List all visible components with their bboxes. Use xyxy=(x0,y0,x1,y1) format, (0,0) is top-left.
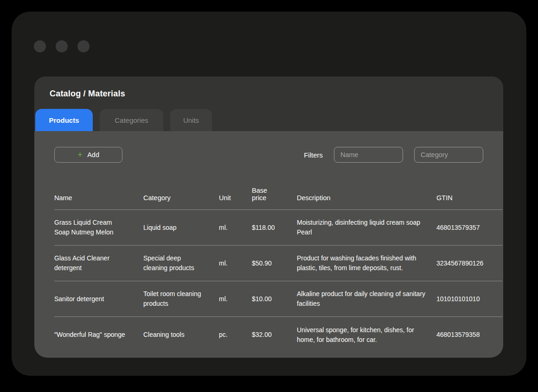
window-control-dot-2[interactable] xyxy=(56,40,68,52)
column-header-gtin: GTIN xyxy=(436,194,502,202)
tab-products[interactable]: Products xyxy=(35,109,93,131)
catalog-panel: Catalog / Materials Products Categories … xyxy=(34,76,503,358)
filter-category-input[interactable] xyxy=(414,147,483,163)
cell-base_price: $32.00 xyxy=(252,324,297,345)
column-header-category: Category xyxy=(143,194,219,202)
column-header-name: Name xyxy=(54,194,143,202)
cell-gtin: 101010101010 xyxy=(436,289,502,310)
add-button-label: Add xyxy=(87,151,99,158)
column-header-base-price: Base price xyxy=(252,187,297,202)
tab-categories[interactable]: Categories xyxy=(100,109,163,131)
window-control-dot-3[interactable] xyxy=(77,40,90,52)
table-header-row: Name Category Unit Base price Descriptio… xyxy=(54,163,502,210)
table-row[interactable]: "Wonderful Rag" spongeCleaning toolspc.$… xyxy=(54,317,502,353)
cell-unit: pc. xyxy=(219,324,252,345)
plus-icon: + xyxy=(77,150,83,159)
tab-units[interactable]: Units xyxy=(170,109,212,131)
app-window: Catalog / Materials Products Categories … xyxy=(12,12,526,376)
window-control-dot-1[interactable] xyxy=(34,40,46,52)
cell-unit: ml. xyxy=(219,217,252,238)
panel-header: Catalog / Materials Products Categories … xyxy=(34,76,503,131)
add-button[interactable]: + Add xyxy=(54,147,122,163)
cell-gtin: 468013579358 xyxy=(436,324,502,345)
filters-group: Filters xyxy=(304,147,483,163)
cell-gtin: 3234567890126 xyxy=(436,253,502,274)
column-header-unit: Unit xyxy=(219,194,252,202)
cell-base_price: $50.90 xyxy=(252,253,297,274)
cell-gtin: 468013579357 xyxy=(436,217,502,238)
cell-name: Grass Liquid Cream Soap Nutmeg Melon xyxy=(54,212,143,243)
filter-name-input[interactable] xyxy=(334,147,403,163)
cell-category: Cleaning tools xyxy=(143,324,219,345)
cell-description: Product for washing facades finished wit… xyxy=(297,248,436,278)
cell-description: Universal sponge, for kitchen, dishes, f… xyxy=(297,320,436,350)
table-row[interactable]: Glass Acid Cleaner detergentSpecial deep… xyxy=(54,246,502,281)
cell-name: "Wonderful Rag" sponge xyxy=(54,324,143,345)
column-header-description: Description xyxy=(297,194,436,202)
cell-description: Moisturizing, disinfecting liquid cream … xyxy=(297,212,436,243)
page-title: Catalog / Materials xyxy=(50,89,125,99)
cell-name: Sanitor detergent xyxy=(54,289,143,310)
tab-bar: Products Categories Units xyxy=(35,109,212,131)
table-body: Grass Liquid Cream Soap Nutmeg MelonLiqu… xyxy=(54,210,502,353)
products-table: Name Category Unit Base price Descriptio… xyxy=(54,163,502,353)
cell-base_price: $118.00 xyxy=(252,217,297,238)
table-row[interactable]: Sanitor detergentToilet room cleaning pr… xyxy=(54,281,502,317)
cell-category: Toilet room cleaning products xyxy=(143,284,219,314)
cell-base_price: $10.00 xyxy=(252,289,297,310)
cell-name: Glass Acid Cleaner detergent xyxy=(54,248,143,278)
toolbar: + Add Filters xyxy=(54,147,483,163)
cell-category: Liquid soap xyxy=(143,217,219,238)
table-row[interactable]: Grass Liquid Cream Soap Nutmeg MelonLiqu… xyxy=(54,210,502,246)
filters-label: Filters xyxy=(304,151,323,159)
window-controls xyxy=(34,40,90,52)
cell-category: Special deep cleaning products xyxy=(143,248,219,278)
cell-unit: ml. xyxy=(219,289,252,310)
panel-body: + Add Filters Name Category Unit Base pr… xyxy=(34,131,503,358)
cell-description: Alkaline product for daily cleaning of s… xyxy=(297,284,436,314)
cell-unit: ml. xyxy=(219,253,252,274)
